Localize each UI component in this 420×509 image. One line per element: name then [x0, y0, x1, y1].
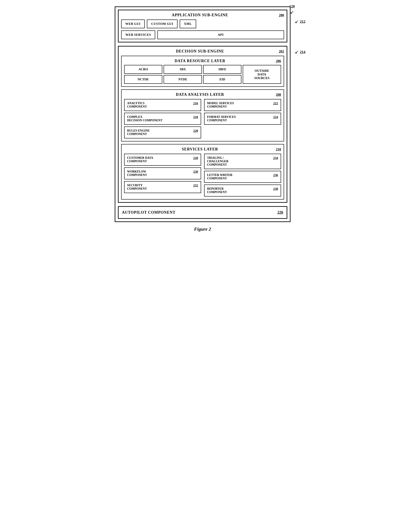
- data-resource-layer-number: 206: [276, 59, 281, 63]
- security-component-box: SECURITYCOMPONENT 232: [124, 181, 201, 193]
- outside-data-sources-cell: OUTSIDEDATASOURCES: [243, 65, 281, 84]
- trialing-challenger-label: TRIALING /CHALLENGERCOMPONENT: [207, 156, 229, 167]
- autopilot-number: 226: [278, 210, 283, 215]
- data-analysis-layer-title: DATA ANALYSIS LAYER: [124, 92, 276, 97]
- gui-row: WEB GUI CUSTOM GUI XML: [121, 20, 284, 28]
- ntde-cell: NTDE: [164, 75, 202, 84]
- app-sub-engine-number: 200: [279, 13, 284, 17]
- reporter-number: 238: [273, 187, 278, 191]
- format-services-number: 224: [273, 115, 278, 119]
- reporter-component-box: REPORTERCOMPONENT 238: [204, 184, 281, 197]
- workflow-component-box: WORKFLOWCOMPONENT 230: [124, 167, 201, 179]
- data-analysis-layer-number: 208: [276, 93, 281, 97]
- complex-decision-label: COMPLEXDECISION COMPONENT: [127, 115, 163, 122]
- services-layer-box: SERVICES LAYER 210 CUSTOMER DATACOMPONEN…: [121, 144, 284, 199]
- number-214: 214: [300, 50, 306, 54]
- rules-engine-component-box: RULES ENGINECOMPONENT 220: [124, 126, 201, 139]
- drl-grid: ACRO SBX SBFE OUTSIDEDATASOURCES NCTDE N…: [124, 65, 281, 84]
- analytics-number: 216: [193, 102, 198, 105]
- app-sub-engine-box: APPLICATION SUB-ENGINE 200 WEB GUI CUSTO…: [118, 10, 287, 42]
- web-services-box: WEB SERVICES: [121, 30, 155, 39]
- sbx-cell: SBX: [164, 65, 202, 74]
- security-number: 232: [193, 184, 198, 187]
- sbfe-cell: SBFE: [203, 65, 242, 74]
- sl-content: CUSTOMER DATACOMPONENT 228 WORKFLOWCOMPO…: [124, 154, 281, 197]
- trialing-challenger-number: 234: [273, 156, 278, 160]
- sl-right: TRIALING /CHALLENGERCOMPONENT 234 LETTER…: [204, 154, 281, 197]
- data-resource-layer-title: DATA RESOURCE LAYER: [124, 59, 276, 63]
- complex-decision-component-box: COMPLEXDECISION COMPONENT 218: [124, 113, 201, 125]
- corner-arrow: ↙: [290, 9, 294, 15]
- model-services-label: MODEL SERVICESCOMPONENT: [207, 102, 234, 108]
- arrow-212: ↙: [295, 19, 299, 24]
- arrow-214: ↙: [295, 50, 299, 54]
- data-analysis-layer-box: DATA ANALYSIS LAYER 208 ANALYTICSCOMPONE…: [121, 89, 284, 141]
- decision-sub-engine-box: DECISION SUB-ENGINE 202 DATA RESOURCE LA…: [118, 46, 287, 203]
- autopilot-title: AUTOPILOT COMPONENT: [122, 210, 176, 215]
- security-label: SECURITYCOMPONENT: [127, 184, 147, 191]
- letter-writer-component-box: LETTER WRITERCOMPONENT 236: [204, 171, 281, 183]
- dal-right: MODEL SERVICESCOMPONENT 222 FORMAT SERVI…: [204, 99, 281, 139]
- acro-cell: ACRO: [124, 65, 163, 74]
- rules-engine-number: 220: [193, 129, 198, 133]
- app-sub-engine-title: APPLICATION SUB-ENGINE: [121, 13, 279, 17]
- custom-gui-box: CUSTOM GUI: [147, 20, 178, 28]
- dal-content: ANALYTICSCOMPONENT 216 COMPLEXDECISION C…: [124, 99, 281, 139]
- decision-sub-engine-number: 202: [279, 50, 284, 53]
- sl-left: CUSTOMER DATACOMPONENT 228 WORKFLOWCOMPO…: [124, 154, 201, 197]
- letter-writer-label: LETTER WRITERCOMPONENT: [207, 173, 232, 180]
- annotation-214: ↙ 214: [295, 50, 306, 54]
- api-row: WEB SERVICES API: [121, 30, 284, 39]
- services-layer-number: 210: [276, 148, 281, 151]
- customer-data-label: CUSTOMER DATACOMPONENT: [127, 156, 153, 163]
- services-layer-title: SERVICES LAYER: [124, 147, 276, 152]
- annotation-212: ↙ 212: [295, 19, 306, 24]
- data-resource-layer-box: DATA RESOURCE LAYER 206 ACRO SBX SBFE OU…: [121, 56, 284, 87]
- decision-sub-engine-title: DECISION SUB-ENGINE: [121, 49, 279, 54]
- letter-writer-number: 236: [273, 173, 278, 177]
- trialing-challenger-component-box: TRIALING /CHALLENGERCOMPONENT 234: [204, 154, 281, 169]
- customer-data-number: 228: [193, 156, 198, 160]
- right-annotations: ↙ 212 ↙ 214: [295, 7, 306, 54]
- nctde-cell: NCTDE: [124, 75, 163, 84]
- main-diagram-box: APPLICATION SUB-ENGINE 200 WEB GUI CUSTO…: [115, 7, 291, 222]
- format-services-label: FORMAT SERVICESCOMPONENT: [207, 115, 236, 122]
- customer-data-component-box: CUSTOMER DATACOMPONENT 228: [124, 154, 201, 166]
- figure-caption: Figure 2: [115, 226, 291, 232]
- web-gui-box: WEB GUI: [121, 20, 145, 28]
- xml-box: XML: [180, 20, 196, 28]
- number-212: 212: [300, 20, 306, 24]
- workflow-label: WORKFLOWCOMPONENT: [127, 170, 147, 177]
- analytics-label: ANALYTICSCOMPONENT: [127, 102, 147, 108]
- rules-engine-label: RULES ENGINECOMPONENT: [127, 129, 150, 136]
- model-services-number: 222: [273, 102, 278, 105]
- autopilot-box: AUTOPILOT COMPONENT 226: [118, 206, 287, 219]
- format-services-component-box: FORMAT SERVICESCOMPONENT 224: [204, 113, 281, 125]
- dal-left: ANALYTICSCOMPONENT 216 COMPLEXDECISION C…: [124, 99, 201, 139]
- analytics-component-box: ANALYTICSCOMPONENT 216: [124, 99, 201, 111]
- model-services-component-box: MODEL SERVICESCOMPONENT 222: [204, 99, 281, 111]
- complex-decision-number: 218: [193, 115, 198, 119]
- workflow-number: 230: [193, 170, 198, 174]
- api-box: API: [157, 30, 284, 39]
- reporter-label: REPORTERCOMPONENT: [207, 187, 227, 194]
- eid-cell: EID: [203, 75, 242, 84]
